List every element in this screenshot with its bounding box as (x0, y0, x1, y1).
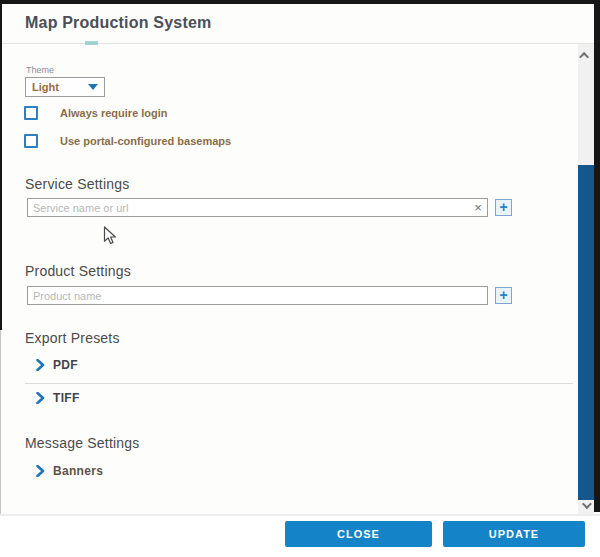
expander-label: TIFF (53, 391, 80, 405)
footer: CLOSE UPDATE (0, 516, 600, 557)
caret-down-icon (88, 84, 98, 90)
checkbox-always-require-login[interactable] (24, 106, 38, 120)
expander-tiff[interactable]: TIFF (36, 391, 80, 405)
product-name-input[interactable] (27, 286, 488, 305)
map-production-system-dialog: Map Production System Theme Light Always… (0, 0, 600, 557)
chevron-right-icon (36, 359, 45, 371)
preset-divider (25, 383, 573, 384)
dialog-title: Map Production System (25, 14, 211, 32)
checkbox-row-always-require-login[interactable]: Always require login (24, 106, 168, 120)
close-button[interactable]: CLOSE (285, 521, 432, 547)
scrollbar-thumb[interactable] (578, 165, 594, 500)
export-presets-heading: Export Presets (25, 330, 120, 346)
service-settings-heading: Service Settings (25, 176, 129, 192)
mouse-cursor (103, 226, 117, 246)
checkbox-label: Use portal-configured basemaps (60, 135, 231, 147)
expander-banners[interactable]: Banners (36, 464, 103, 478)
checkbox-label: Always require login (60, 107, 168, 119)
product-settings-heading: Product Settings (25, 263, 131, 279)
clear-icon[interactable]: × (470, 199, 486, 216)
theme-select[interactable]: Light (25, 77, 105, 97)
service-name-input[interactable] (27, 198, 488, 217)
update-button[interactable]: UPDATE (443, 521, 585, 547)
expander-pdf[interactable]: PDF (36, 358, 78, 372)
message-settings-heading: Message Settings (25, 435, 139, 451)
window-border-left (0, 0, 2, 330)
add-service-button[interactable]: + (495, 199, 512, 216)
checkbox-portal-basemaps[interactable] (24, 134, 38, 148)
theme-field-label: Theme (26, 65, 54, 75)
add-product-button[interactable]: + (495, 287, 512, 304)
chevron-right-icon (36, 392, 45, 404)
expander-label: PDF (53, 358, 78, 372)
scrollbar-down-arrow-icon[interactable] (582, 502, 590, 510)
window-border-top (0, 0, 600, 4)
checkbox-row-portal-basemaps[interactable]: Use portal-configured basemaps (24, 134, 231, 148)
expander-label: Banners (53, 464, 103, 478)
chevron-right-icon (36, 465, 45, 477)
scrolled-content-fragment (85, 41, 98, 45)
scrollbar-up-arrow-icon[interactable] (582, 52, 590, 60)
theme-selected-value: Light (32, 81, 88, 93)
window-border-right (594, 0, 600, 512)
